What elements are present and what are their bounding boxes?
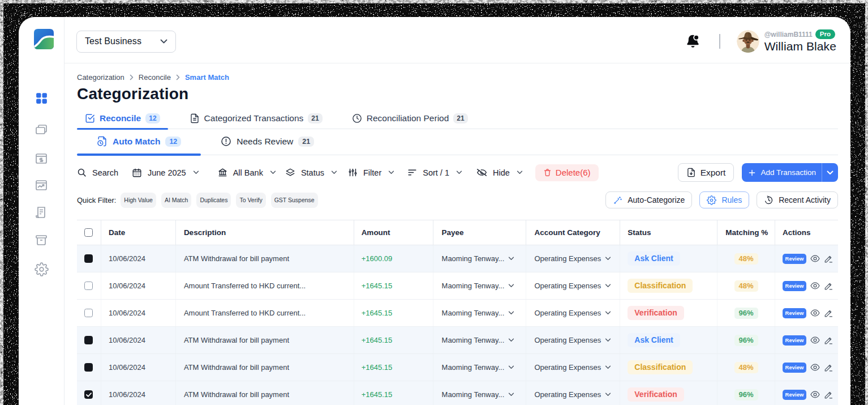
col-header-matching[interactable]: Matching % [717, 220, 775, 245]
hide-control[interactable]: Hide [476, 167, 523, 178]
table-row: 10/06/2024Amount Transferred to HKD curr… [77, 300, 838, 327]
chip-gst-suspense[interactable]: GST Suspense [271, 193, 318, 208]
account-category-dropdown[interactable]: Operating Expenses [534, 254, 611, 263]
rules-button[interactable]: Rules [699, 191, 749, 208]
col-header-amount[interactable]: Amount [354, 220, 433, 245]
select-all-checkbox[interactable] [84, 228, 93, 237]
edit-icon[interactable] [824, 390, 833, 399]
chevron-down-icon [827, 170, 833, 175]
edit-icon[interactable] [824, 282, 833, 291]
review-button[interactable]: Review [783, 390, 806, 400]
sidebar-item-dashboard[interactable] [19, 91, 64, 105]
chevron-down-icon [508, 338, 514, 342]
payee-dropdown[interactable]: Maoming Tenway... [442, 282, 515, 290]
breadcrumb-reconcile[interactable]: Reconcile [139, 73, 171, 82]
row-checkbox[interactable] [84, 282, 93, 290]
row-checkbox[interactable] [84, 309, 93, 317]
export-button[interactable]: Export [678, 163, 734, 182]
recent-activity-button[interactable]: Recent Activity [757, 191, 838, 208]
view-icon[interactable] [810, 363, 820, 372]
edit-icon[interactable] [824, 363, 833, 372]
sidebar-item-settings[interactable] [19, 262, 64, 276]
review-button[interactable]: Review [783, 335, 806, 346]
payee-dropdown[interactable]: Maoming Tenway... [442, 363, 515, 372]
chip-duplicates[interactable]: Duplicates [196, 193, 231, 208]
payee-dropdown[interactable]: Maoming Tenway... [442, 390, 515, 399]
cell-date: 10/06/2024 [101, 245, 176, 272]
account-category-dropdown[interactable]: Operating Expenses [534, 390, 611, 399]
sidebar-item-payments[interactable] [19, 152, 64, 165]
subtab-label: Auto Match [113, 137, 160, 147]
app-logo[interactable] [33, 28, 54, 50]
avatar[interactable] [737, 30, 759, 53]
row-checkbox[interactable] [84, 390, 93, 399]
review-button[interactable]: Review [783, 363, 806, 373]
edit-icon[interactable] [824, 254, 833, 263]
view-icon[interactable] [810, 336, 820, 344]
add-transaction-caret-button[interactable] [822, 163, 838, 182]
col-header-status[interactable]: Status [620, 220, 717, 245]
auto-categorize-button[interactable]: Auto-Categorize [605, 191, 692, 208]
app-window: Test Business [19, 17, 850, 405]
payee-dropdown[interactable]: Maoming Tenway... [442, 254, 515, 263]
view-icon[interactable] [810, 282, 820, 290]
chip-to-verify[interactable]: To Verify [236, 193, 265, 208]
view-icon[interactable] [810, 254, 820, 263]
account-category-dropdown[interactable]: Operating Expenses [534, 282, 611, 290]
breadcrumb-smart-match[interactable]: Smart Match [185, 73, 229, 82]
grid-icon [35, 91, 49, 105]
tab-reconcile[interactable]: Reconcile 12 [77, 109, 168, 129]
window-dollar-icon [35, 152, 48, 165]
filter-control[interactable]: Filter [348, 168, 394, 177]
add-transaction-label: Add Transaction [760, 168, 816, 177]
sidebar-item-cards[interactable] [19, 123, 64, 137]
sidebar-item-analytics[interactable] [19, 178, 64, 192]
sidebar-item-reports[interactable] [19, 206, 64, 219]
edit-icon[interactable] [824, 309, 833, 318]
col-header-account-category[interactable]: Account Category [526, 220, 620, 245]
col-header-date[interactable]: Date [101, 220, 176, 245]
business-selector-label: Test Business [85, 36, 141, 46]
bank-filter[interactable]: All Bank [218, 168, 276, 177]
tab-count: 21 [308, 113, 322, 123]
quick-filter-chips: High Value AI Match Duplicates To Verify… [121, 193, 317, 208]
chip-high-value[interactable]: High Value [121, 193, 156, 208]
breadcrumb-categorization[interactable]: Categorization [77, 73, 124, 82]
notifications-bell[interactable] [685, 33, 701, 52]
calendar-icon [132, 168, 142, 178]
search-control[interactable]: Search [77, 168, 118, 177]
edit-icon[interactable] [824, 336, 833, 345]
sort-control[interactable]: Sort / 1 [407, 168, 462, 177]
add-transaction-button[interactable]: Add Transaction [742, 163, 822, 182]
chip-ai-match[interactable]: AI Match [161, 193, 191, 208]
subtab-needs-review[interactable]: Needs Review 21 [201, 129, 334, 155]
review-button[interactable]: Review [783, 254, 806, 264]
view-icon[interactable] [810, 309, 820, 317]
payee-dropdown[interactable]: Maoming Tenway... [442, 309, 515, 317]
payee-dropdown[interactable]: Maoming Tenway... [442, 336, 515, 344]
row-checkbox[interactable] [84, 336, 93, 344]
tab-categorized-transactions[interactable]: Categorized Transactions 21 [182, 109, 330, 129]
file-clock-icon [97, 136, 108, 147]
row-checkbox[interactable] [84, 254, 93, 263]
review-button[interactable]: Review [783, 281, 806, 291]
col-header-description[interactable]: Description [176, 220, 354, 245]
row-checkbox[interactable] [84, 363, 93, 372]
user-info[interactable]: @williamB1111 Pro William Blake [764, 29, 836, 54]
col-header-actions[interactable]: Actions [775, 220, 838, 245]
account-category-dropdown[interactable]: Operating Expenses [534, 309, 611, 317]
chevron-down-icon [160, 39, 167, 44]
account-category-dropdown[interactable]: Operating Expenses [534, 336, 611, 344]
account-category-dropdown[interactable]: Operating Expenses [534, 363, 611, 372]
delete-button[interactable]: Delete(6) [535, 164, 599, 181]
sidebar-item-archive[interactable] [19, 233, 64, 247]
status-filter[interactable]: Status [285, 168, 337, 178]
subtab-count: 21 [298, 137, 314, 147]
subtab-auto-match[interactable]: Auto Match 12 [77, 129, 201, 155]
date-filter[interactable]: June 2025 [132, 168, 199, 178]
business-selector[interactable]: Test Business [76, 31, 176, 53]
tab-reconciliation-period[interactable]: Reconciliation Period 21 [344, 109, 476, 129]
review-button[interactable]: Review [783, 308, 806, 318]
col-header-payee[interactable]: Payee [433, 220, 527, 245]
view-icon[interactable] [810, 390, 820, 399]
